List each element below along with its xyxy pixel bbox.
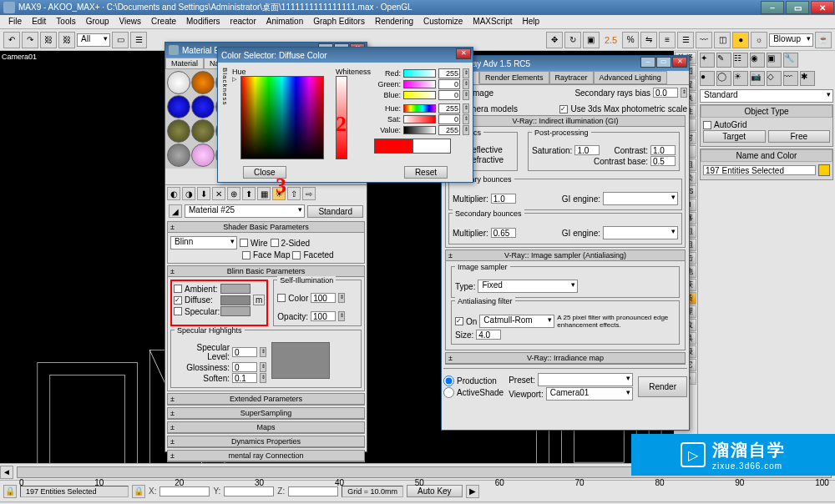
minimize-button[interactable]: – [761, 1, 784, 14]
aa-on-checkbox[interactable] [455, 317, 463, 325]
y-coord[interactable] [224, 486, 274, 496]
material-name-field[interactable]: Material #25 [185, 204, 305, 218]
material-type-button[interactable]: Standard [307, 205, 363, 218]
schematic-button[interactable]: ◫ [714, 32, 731, 48]
quick-render-button[interactable]: ☕ [815, 32, 832, 48]
free-button[interactable]: Free [768, 130, 831, 143]
swatch-5[interactable] [191, 95, 215, 118]
hue-picker[interactable] [240, 76, 324, 159]
swatch-1[interactable] [167, 71, 190, 94]
selection-filter[interactable]: All [77, 33, 110, 47]
make-unique-icon[interactable]: ⊕ [227, 187, 240, 200]
render-tab-advlight[interactable]: Advanced Lighting [594, 71, 667, 84]
swatch-10[interactable] [167, 144, 190, 167]
timeline-start-icon[interactable]: ◄ [0, 466, 13, 479]
colorsel-titlebar[interactable]: Color Selector: Diffuse Color ✕ [218, 48, 473, 63]
utilities-tab[interactable]: 🔧 [783, 53, 798, 68]
cat-systems[interactable]: ✱ [800, 71, 815, 86]
green-field[interactable]: 0 [438, 79, 460, 89]
menu-create[interactable]: Create [146, 15, 181, 28]
aa-rollout-header[interactable]: V-Ray:: Image sampler (Antialiasing) [446, 250, 685, 261]
material-editor-button[interactable]: ● [732, 32, 749, 48]
maximize-button[interactable]: ▭ [786, 1, 809, 14]
menu-file[interactable]: File [3, 15, 27, 28]
gi-rollout-header[interactable]: V-Ray:: Indirect illumination (GI) [446, 116, 685, 127]
facemap-checkbox[interactable] [242, 251, 250, 260]
close-button[interactable]: ✕ [811, 1, 834, 14]
go-parent-icon[interactable]: ⇧ [287, 187, 301, 200]
align-button[interactable]: ≡ [659, 32, 676, 48]
use3ds-checkbox[interactable] [559, 105, 568, 113]
mentalray-rollout[interactable]: mental ray Connection [168, 451, 364, 461]
cat-geometry[interactable]: ● [700, 71, 715, 86]
menu-edit[interactable]: Edit [27, 15, 51, 28]
cat-lights[interactable]: ☀ [733, 71, 748, 86]
cat-helpers[interactable]: ◇ [767, 71, 782, 86]
rotate-button[interactable]: ↻ [564, 32, 581, 48]
maps-rollout[interactable]: Maps [168, 422, 364, 433]
cat-cameras[interactable]: 📷 [750, 71, 765, 86]
link-button[interactable]: ⛓ [40, 32, 57, 48]
modify-tab[interactable]: ✎ [716, 53, 731, 68]
2sided-checkbox[interactable] [271, 239, 279, 247]
object-color-swatch[interactable] [818, 164, 830, 176]
viewport-dropdown[interactable]: Camera01 [546, 387, 634, 401]
aa-filter-dropdown[interactable]: Catmull-Rom [479, 315, 554, 328]
sat-field[interactable]: 0 [438, 114, 460, 124]
render-button[interactable]: Render [638, 376, 687, 397]
activeshade-radio[interactable] [443, 387, 454, 398]
menu-grapheditors[interactable]: Graph Editors [308, 15, 370, 28]
x-coord[interactable] [159, 486, 210, 496]
whiteness-slider[interactable] [336, 76, 347, 159]
mat-tab-material[interactable]: Material [165, 58, 204, 68]
create-tab[interactable]: ✦ [700, 53, 715, 68]
swatch-2[interactable] [191, 71, 215, 94]
primary-engine-dropdown[interactable] [603, 192, 678, 205]
scale-button[interactable]: ▣ [583, 32, 600, 48]
select-button[interactable]: ▭ [112, 32, 129, 48]
motion-tab[interactable]: ◉ [750, 53, 765, 68]
target-button[interactable]: Target [703, 130, 766, 143]
menu-tools[interactable]: Tools [51, 15, 80, 28]
redo-button[interactable]: ↷ [22, 32, 38, 48]
menu-views[interactable]: Views [114, 15, 147, 28]
move-button[interactable]: ✥ [546, 32, 563, 48]
diffuse-map-button[interactable]: m [253, 295, 265, 305]
specular-color[interactable] [220, 306, 250, 316]
menu-help[interactable]: Help [518, 15, 545, 28]
shader-rollout-header[interactable]: Shader Basic Parameters [168, 222, 364, 233]
menu-modifiers[interactable]: Modifiers [181, 15, 225, 28]
z-coord[interactable] [288, 486, 338, 496]
show-end-result-icon[interactable]: ☀ [272, 187, 286, 200]
menu-group[interactable]: Group [81, 15, 114, 28]
menu-maxscript[interactable]: MAXScript [468, 15, 517, 28]
hue-field[interactable]: 255 [438, 103, 460, 113]
select-name-button[interactable]: ☰ [130, 32, 147, 48]
cat-shapes[interactable]: ◯ [716, 71, 731, 86]
pick-material-icon[interactable]: ◢ [169, 204, 182, 218]
colorsel-reset-button[interactable]: Reset [404, 166, 448, 179]
hierarchy-tab[interactable]: ☷ [733, 53, 748, 68]
colorsel-close2-button[interactable]: Close [243, 166, 286, 179]
unlink-button[interactable]: ⛓ [58, 32, 75, 48]
get-material-icon[interactable]: ◐ [167, 187, 180, 200]
percent-snap-button[interactable]: % [622, 32, 639, 48]
irr-rollout-header[interactable]: V-Ray:: Irradiance map [446, 353, 685, 364]
render-titlebar[interactable]: V-Ray Adv 1.5 RC5 – ▭ ✕ [442, 56, 689, 71]
production-radio[interactable] [443, 375, 454, 386]
diffuse-color[interactable] [220, 295, 250, 305]
menu-reactor[interactable]: reactor [225, 15, 261, 28]
faceted-checkbox[interactable] [292, 251, 301, 260]
ambient-color[interactable] [220, 284, 250, 294]
render-tab-raytracer[interactable]: Raytracer [549, 71, 594, 84]
mirror-button[interactable]: ⇋ [640, 32, 657, 48]
secondary-engine-dropdown[interactable] [603, 226, 678, 239]
swatch-11[interactable] [191, 144, 215, 167]
category-dropdown[interactable]: Standard [700, 89, 833, 103]
menu-customize[interactable]: Customize [418, 15, 468, 28]
dynamics-rollout[interactable]: Dynamics Properties [168, 436, 364, 447]
swatch-4[interactable] [167, 95, 190, 118]
render-close-button[interactable]: ✕ [672, 57, 687, 68]
autogrid-checkbox[interactable] [703, 121, 711, 129]
go-sibling-icon[interactable]: ⇨ [302, 187, 316, 200]
